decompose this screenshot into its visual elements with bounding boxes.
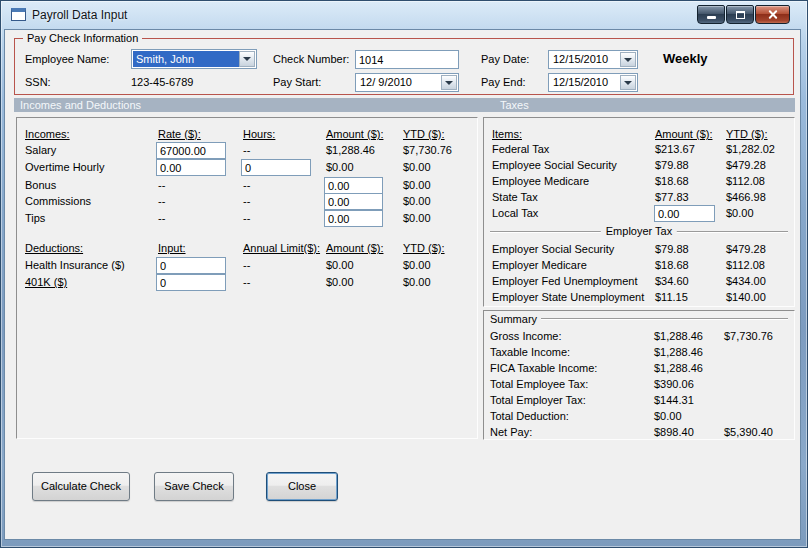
client-area: Pay Check Information Employee Name: Smi… xyxy=(4,29,801,540)
taxes-header-row: Items: Amount ($): YTD ($): xyxy=(484,128,794,144)
close-dialog-button[interactable]: Close xyxy=(266,472,338,501)
amount-cell: $79.88 xyxy=(655,243,689,256)
column-header-amount: Amount ($): xyxy=(326,128,383,141)
column-header-ytd: YTD ($): xyxy=(403,242,445,255)
check-number-input[interactable] xyxy=(355,50,459,69)
amount-cell: $1,288.46 xyxy=(326,144,375,157)
datepicker-dropdown-button[interactable] xyxy=(620,75,636,90)
incomes-deductions-panel: Incomes: Rate ($): Hours: Amount ($): YT… xyxy=(16,117,478,439)
income-label: Overtime Hourly xyxy=(25,161,104,174)
combo-dropdown-button[interactable] xyxy=(239,51,255,67)
commissions-amount-input[interactable] xyxy=(324,193,383,210)
deduction-row-401k: 401K ($) -- $0.00 $0.00 xyxy=(17,276,477,292)
limit-cell: -- xyxy=(243,259,250,272)
pay-end-label: Pay End: xyxy=(481,76,526,88)
amount-cell: $0.00 xyxy=(326,259,354,272)
ytd-cell: $0.00 xyxy=(403,179,431,192)
close-button[interactable] xyxy=(755,5,790,24)
overtime-rate-input[interactable] xyxy=(156,159,226,176)
tax-label: Employer Fed Unemployment xyxy=(492,275,638,288)
summary-label: Taxable Income: xyxy=(490,346,570,359)
column-header-input: Input: xyxy=(158,242,186,255)
deduction-401k-link[interactable]: 401K ($) xyxy=(25,276,67,289)
income-row-overtime: Overtime Hourly $0.00 $0.00 xyxy=(17,161,477,177)
check-number-label: Check Number: xyxy=(273,53,349,65)
summary-row-total-deduction: Total Deduction: $0.00 xyxy=(484,410,794,426)
pay-start-label: Pay Start: xyxy=(273,76,321,88)
pay-date-datepicker[interactable]: 12/15/2010 xyxy=(548,50,638,69)
summary-label: Total Employee Tax: xyxy=(490,378,588,391)
salary-rate-input[interactable] xyxy=(156,142,226,159)
payroll-window: Payroll Data Input Pay Check Information… xyxy=(0,0,808,548)
ytd-cell: $0.00 xyxy=(403,276,431,289)
close-icon xyxy=(767,9,778,20)
rate-cell: -- xyxy=(158,212,165,225)
401k-input[interactable] xyxy=(156,274,226,291)
incomes-header-row: Incomes: Rate ($): Hours: Amount ($): YT… xyxy=(17,128,477,144)
chevron-down-icon xyxy=(624,58,632,62)
tax-row-employer-medicare: Employer Medicare $18.68 $112.08 xyxy=(484,259,794,275)
summary-label: FICA Taxable Income: xyxy=(490,362,597,375)
column-header-ytd: YTD ($): xyxy=(726,128,768,141)
column-header-ytd: YTD ($): xyxy=(403,128,445,141)
summary-row-total-employer-tax: Total Employer Tax: $144.31 xyxy=(484,394,794,410)
amount-cell: $0.00 xyxy=(654,410,682,423)
summary-row-gross: Gross Income: $1,288.46 $7,730.76 xyxy=(484,330,794,346)
window-controls xyxy=(696,5,790,24)
pay-start-datepicker[interactable]: 12/ 9/2010 xyxy=(355,73,459,92)
health-insurance-input[interactable] xyxy=(156,257,226,274)
deductions-header-row: Deductions: Input: Annual Limit($): Amou… xyxy=(17,242,477,258)
ytd-cell: $466.98 xyxy=(726,191,766,204)
ytd-cell: $0.00 xyxy=(726,207,754,220)
paycheck-info-group: Pay Check Information Employee Name: Smi… xyxy=(14,38,794,95)
pay-end-datepicker[interactable]: 12/15/2010 xyxy=(548,73,638,92)
overtime-hours-input[interactable] xyxy=(241,159,311,176)
tips-amount-input[interactable] xyxy=(324,210,383,227)
summary-label: Net Pay: xyxy=(490,426,532,439)
ssn-value: 123-45-6789 xyxy=(131,76,193,88)
rate-cell: -- xyxy=(158,195,165,208)
ytd-cell: $0.00 xyxy=(403,212,431,225)
tax-label: Employee Medicare xyxy=(492,175,589,188)
summary-label: Total Deduction: xyxy=(490,410,569,423)
pay-frequency-label: Weekly xyxy=(663,51,708,66)
ytd-cell: $0.00 xyxy=(403,195,431,208)
pay-date-label: Pay Date: xyxy=(481,53,529,65)
employer-tax-section-title: Employer Tax xyxy=(601,225,677,237)
column-header-rate: Rate ($): xyxy=(158,128,201,141)
local-tax-input[interactable] xyxy=(654,205,715,222)
amount-cell: $18.68 xyxy=(655,175,689,188)
ytd-cell: $112.08 xyxy=(726,175,765,188)
ytd-cell: $140.00 xyxy=(726,291,766,304)
calculate-check-button[interactable]: Calculate Check xyxy=(32,472,130,501)
income-row-tips: Tips -- -- $0.00 xyxy=(17,212,477,228)
income-row-commissions: Commissions -- -- $0.00 xyxy=(17,195,477,211)
ytd-cell: $0.00 xyxy=(403,259,431,272)
minimize-button[interactable] xyxy=(697,5,725,24)
title-bar[interactable]: Payroll Data Input xyxy=(1,1,807,29)
amount-cell: $79.88 xyxy=(655,159,689,172)
tax-row-local: Local Tax $0.00 xyxy=(484,207,794,223)
save-check-button[interactable]: Save Check xyxy=(154,472,234,501)
datepicker-dropdown-button[interactable] xyxy=(620,52,636,67)
summary-label: Total Employer Tax: xyxy=(490,394,586,407)
amount-cell: $144.31 xyxy=(654,394,694,407)
datepicker-dropdown-button[interactable] xyxy=(441,75,457,90)
column-header-amount: Amount ($): xyxy=(326,242,383,255)
amount-cell: $0.00 xyxy=(326,276,354,289)
amount-cell: $390.06 xyxy=(654,378,694,391)
column-header-items: Items: xyxy=(492,128,522,141)
tax-row-employer-state-unemp: Employer State Unemployment $11.15 $140.… xyxy=(484,291,794,307)
tax-label: Federal Tax xyxy=(492,143,549,156)
column-header-annual-limit: Annual Limit($): xyxy=(243,242,320,255)
ytd-cell: $434.00 xyxy=(726,275,766,288)
summary-row-net-pay: Net Pay: $898.40 $5,390.40 xyxy=(484,426,794,442)
paycheck-info-title: Pay Check Information xyxy=(23,32,142,44)
maximize-button[interactable] xyxy=(726,5,754,24)
employee-name-combobox[interactable]: Smith, John xyxy=(131,49,257,69)
amount-cell: $1,288.46 xyxy=(654,346,703,359)
amount-cell: $0.00 xyxy=(326,161,354,174)
bonus-amount-input[interactable] xyxy=(324,177,383,194)
tax-row-federal: Federal Tax $213.67 $1,282.02 xyxy=(484,143,794,159)
pay-start-value: 12/ 9/2010 xyxy=(360,76,412,88)
